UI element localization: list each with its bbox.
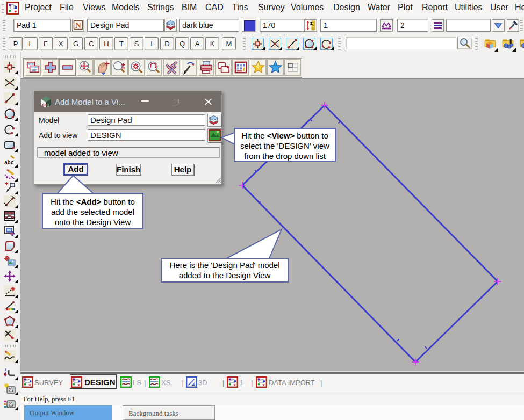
svg-text:N: N [75,21,81,30]
svg-text:12: 12 [41,103,46,107]
svg-text:z: z [310,20,313,26]
svg-text:abc: abc [4,160,14,165]
svg-text:d: d [47,104,49,107]
